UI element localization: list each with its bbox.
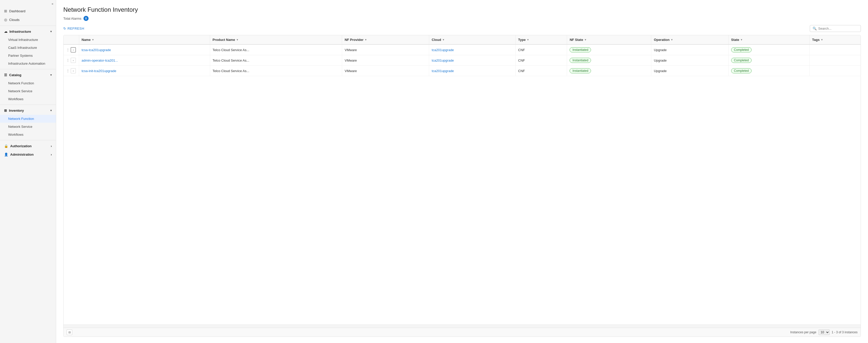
row-nf-provider-cell: VMware <box>342 45 429 55</box>
nf-state-badge: Instantiated <box>569 68 591 73</box>
row-ctrl-cell: ⋮ › <box>64 66 79 76</box>
section-label: Inventory <box>9 109 24 112</box>
sidebar-item-virtual-infrastructure[interactable]: Virtual Infrastructure <box>0 36 56 44</box>
infrastructure-icon: ☁ <box>4 30 7 33</box>
row-product-name-cell: Telco Cloud Service As... <box>210 45 342 55</box>
sidebar-item-administration[interactable]: 👤 Administration › <box>0 150 56 159</box>
sidebar-item-label: Dashboard <box>9 9 26 13</box>
row-ctrl-cell: ⋮ › <box>64 45 79 55</box>
sidebar-item-partner-systems[interactable]: Partner Systems <box>0 52 56 60</box>
row-tags-cell <box>809 66 861 76</box>
per-page-select[interactable]: 10 25 50 <box>818 330 830 335</box>
filter-icon[interactable]: ▼ <box>820 38 823 41</box>
table-row: ⋮ › admin-operator-tca201... Telco Cloud… <box>64 55 861 66</box>
th-row-ctrl <box>64 35 79 45</box>
sidebar-item-authorization[interactable]: 🔒 Authorization › <box>0 142 56 150</box>
columns-button[interactable]: ⊟ <box>67 330 72 335</box>
sidebar-item-catalog-network-service[interactable]: Network Service <box>0 87 56 95</box>
row-type-cell: CNF <box>516 66 567 76</box>
sidebar-item-inventory-network-service[interactable]: Network Service <box>0 123 56 131</box>
row-operation-cell: Upgrade <box>651 66 728 76</box>
th-nf-provider: NF Provider ▼ <box>342 35 429 45</box>
sidebar-item-dashboard[interactable]: ⊞ Dashboard <box>0 7 56 15</box>
th-name: Name ▼ <box>79 35 210 45</box>
row-operation-cell: Upgrade <box>651 55 728 66</box>
row-nf-provider-cell: VMware <box>342 66 429 76</box>
sidebar-item-label: Authorization <box>10 144 32 148</box>
main-content: Network Function Inventory Total Alarms … <box>56 0 868 343</box>
row-product-name-cell: Telco Cloud Service As... <box>210 66 342 76</box>
th-state: State ▼ <box>728 35 809 45</box>
row-nf-state-cell: Instantiated <box>567 55 651 66</box>
sidebar-item-inventory-network-function[interactable]: Network Function <box>0 115 56 123</box>
filter-icon[interactable]: ▼ <box>671 38 673 41</box>
filter-icon[interactable]: ▼ <box>442 38 445 41</box>
filter-icon[interactable]: ▼ <box>236 38 239 41</box>
row-operation-cell: Upgrade <box>651 45 728 55</box>
pagination-text: 1 - 3 of 3 instances <box>832 331 858 334</box>
section-label: Infrastructure <box>9 30 31 33</box>
filter-icon[interactable]: ▼ <box>584 38 587 41</box>
chevron-down-icon: ▾ <box>50 109 52 112</box>
row-cloud-cell: tca201upgrade <box>429 66 516 76</box>
catalog-icon: ☰ <box>4 73 7 77</box>
row-cloud-link[interactable]: tca201upgrade <box>432 48 454 52</box>
row-type-cell: CNF <box>516 45 567 55</box>
sidebar-item-caas-infrastructure[interactable]: CaaS Infrastructure <box>0 44 56 52</box>
inventory-table: Name ▼ Product Name ▼ NF <box>64 35 861 76</box>
row-expand-button[interactable]: › <box>71 58 76 63</box>
filter-icon[interactable]: ▼ <box>365 38 367 41</box>
row-expand-button[interactable]: › <box>71 47 76 52</box>
sidebar-item-label: Administration <box>10 152 34 156</box>
table-scroll[interactable]: Name ▼ Product Name ▼ NF <box>64 35 861 324</box>
search-icon: 🔍 <box>813 27 817 30</box>
sidebar-section-catalog[interactable]: ☰ Catalog ▾ <box>0 71 56 79</box>
table-header-row: Name ▼ Product Name ▼ NF <box>64 35 861 45</box>
instances-per-page-label: Instances per page <box>790 331 816 334</box>
row-name-link[interactable]: tcsa-tca201upgrade <box>82 48 111 52</box>
sidebar-section-inventory[interactable]: ⊞ Inventory ▾ <box>0 106 56 115</box>
sidebar-item-label: Clouds <box>9 18 20 22</box>
chevron-right-icon: › <box>51 152 52 156</box>
filter-icon[interactable]: ▼ <box>527 38 529 41</box>
row-tags-cell <box>809 55 861 66</box>
row-cloud-link[interactable]: tca201upgrade <box>432 69 454 73</box>
sidebar-item-catalog-network-function[interactable]: Network Function <box>0 79 56 87</box>
table-row: ⋮ › tcsa-init-tca201upgrade Telco Cloud … <box>64 66 861 76</box>
horizontal-scrollbar[interactable] <box>64 324 861 328</box>
sidebar-item-infrastructure-automation[interactable]: Infrastructure Automation <box>0 60 56 67</box>
row-expand-button[interactable]: › <box>71 68 76 73</box>
row-menu-icon[interactable]: ⋮ <box>66 58 70 62</box>
chevron-down-icon: ▾ <box>50 73 52 77</box>
row-menu-icon[interactable]: ⋮ <box>66 48 70 52</box>
search-box: 🔍 <box>810 25 861 32</box>
row-name-cell: admin-operator-tca201... <box>79 55 210 66</box>
th-nf-state: NF State ▼ <box>567 35 651 45</box>
sidebar-item-inventory-workflows[interactable]: Workflows <box>0 131 56 139</box>
refresh-button[interactable]: ↻ REFRESH <box>63 27 84 30</box>
row-nf-state-cell: Instantiated <box>567 45 651 55</box>
dashboard-icon: ⊞ <box>4 9 7 13</box>
table-row: ⋮ › tcsa-tca201upgrade Telco Cloud Servi… <box>64 45 861 55</box>
sidebar-item-clouds[interactable]: ◎ Clouds <box>0 15 56 24</box>
clouds-icon: ◎ <box>4 18 7 22</box>
filter-icon[interactable]: ▼ <box>740 38 743 41</box>
row-menu-icon[interactable]: ⋮ <box>66 69 70 73</box>
filter-icon[interactable]: ▼ <box>92 38 94 41</box>
sidebar-item-catalog-workflows[interactable]: Workflows <box>0 95 56 103</box>
th-product-name: Product Name ▼ <box>210 35 342 45</box>
state-badge: Completed <box>731 47 752 52</box>
page-title: Network Function Inventory <box>63 6 861 13</box>
row-name-link[interactable]: admin-operator-tca201... <box>82 59 118 62</box>
row-name-link[interactable]: tcsa-init-tca201upgrade <box>82 69 116 73</box>
search-input[interactable] <box>818 27 858 30</box>
nf-state-badge: Instantiated <box>569 47 591 52</box>
row-state-cell: Completed <box>728 45 809 55</box>
sidebar-section-infrastructure[interactable]: ☁ Infrastructure ▾ <box>0 27 56 36</box>
sidebar-collapse-button[interactable]: « <box>0 0 56 7</box>
row-state-cell: Completed <box>728 55 809 66</box>
row-name-cell: tcsa-tca201upgrade <box>79 45 210 55</box>
row-cloud-link[interactable]: tca201upgrade <box>432 59 454 62</box>
section-label: Catalog <box>9 73 22 77</box>
row-type-cell: CNF <box>516 55 567 66</box>
